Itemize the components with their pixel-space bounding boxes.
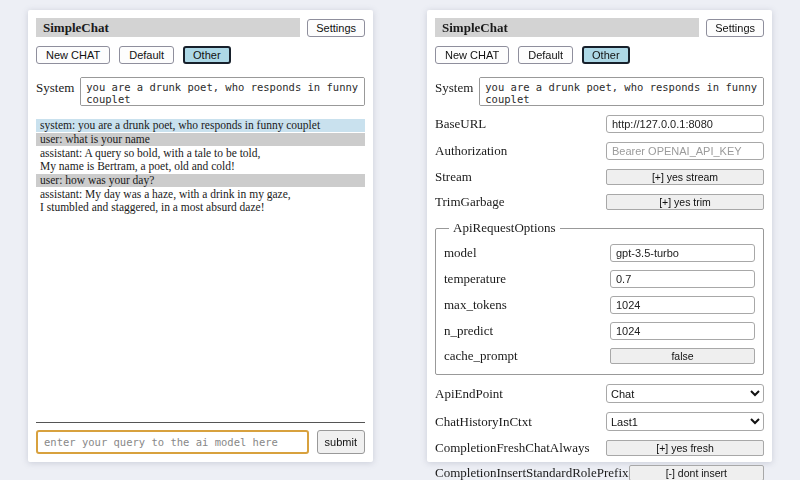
completion-insert-toggle-button[interactable]: [-] dont insert — [629, 465, 764, 480]
setting-row-baseurl: BaseURL — [435, 115, 764, 133]
new-chat-button[interactable]: New CHAT — [36, 46, 110, 64]
max-tokens-input[interactable] — [610, 296, 755, 314]
session-tab-default[interactable]: Default — [119, 46, 174, 64]
chat-message-assistant: assistant: A query so bold, with a tale … — [36, 147, 365, 173]
chat-message-user: user: what is your name — [36, 133, 365, 146]
session-tab-other[interactable]: Other — [183, 46, 231, 64]
chat-history-in-ctxt-select[interactable]: Last1 — [606, 412, 764, 431]
new-chat-button[interactable]: New CHAT — [435, 46, 509, 64]
right-panel-settings-view: SimpleChat Settings New CHAT Default Oth… — [427, 10, 772, 462]
setting-row-authorization: Authorization — [435, 142, 764, 160]
setting-label: n_predict — [444, 323, 610, 339]
setting-row-cache-prompt: cache_prompt false — [444, 348, 755, 364]
chat-message-list: system: you are a drunk poet, who respon… — [36, 119, 365, 215]
system-prompt-row: System you are a drunk poet, who respond… — [435, 77, 764, 106]
header: SimpleChat Settings — [435, 18, 764, 37]
system-prompt-input[interactable]: you are a drunk poet, who responds in fu… — [80, 77, 365, 106]
system-label: System — [435, 77, 473, 96]
authorization-input[interactable] — [606, 142, 764, 160]
empty-space — [36, 215, 365, 422]
query-bar: submit — [36, 430, 365, 454]
setting-row-max-tokens: max_tokens — [444, 296, 755, 314]
n-predict-input[interactable] — [610, 322, 755, 340]
chat-session-tabs: New CHAT Default Other — [36, 46, 365, 64]
header: SimpleChat Settings — [36, 18, 365, 37]
left-panel-chat-view: SimpleChat Settings New CHAT Default Oth… — [28, 10, 373, 462]
temperature-input[interactable] — [610, 270, 755, 288]
api-endpoint-select[interactable]: Chat — [606, 384, 764, 403]
setting-label: BaseURL — [435, 116, 606, 132]
completion-fresh-toggle-button[interactable]: [+] yes fresh — [606, 440, 764, 456]
session-tab-default[interactable]: Default — [518, 46, 573, 64]
setting-label: ChatHistoryInCtxt — [435, 414, 606, 430]
trimgarbage-toggle-button[interactable]: [+] yes trim — [606, 194, 764, 210]
chat-session-tabs: New CHAT Default Other — [435, 46, 764, 64]
setting-row-temperature: temperature — [444, 270, 755, 288]
system-prompt-row: System you are a drunk poet, who respond… — [36, 77, 365, 106]
setting-label: Stream — [435, 169, 606, 185]
setting-row-stream: Stream [+] yes stream — [435, 169, 764, 185]
system-label: System — [36, 77, 74, 96]
setting-label: ApiEndPoint — [435, 386, 606, 402]
setting-label: cache_prompt — [444, 348, 610, 364]
baseurl-input[interactable] — [606, 115, 764, 133]
api-request-options-group: ApiRequestOptions model temperature max_… — [435, 220, 764, 375]
setting-row-completion-fresh: CompletionFreshChatAlways [+] yes fresh — [435, 440, 764, 456]
stream-toggle-button[interactable]: [+] yes stream — [606, 169, 764, 185]
setting-row-model: model — [444, 244, 755, 262]
chat-message-system: system: you are a drunk poet, who respon… — [36, 119, 365, 132]
setting-label: max_tokens — [444, 297, 610, 313]
session-tab-other[interactable]: Other — [582, 46, 630, 64]
cache-prompt-toggle-button[interactable]: false — [610, 348, 755, 364]
setting-row-trimgarbage: TrimGarbage [+] yes trim — [435, 194, 764, 210]
setting-row-api-endpoint: ApiEndPoint Chat — [435, 384, 764, 403]
setting-label: model — [444, 245, 610, 261]
setting-label: temperature — [444, 271, 610, 287]
setting-label: CompletionFreshChatAlways — [435, 440, 606, 456]
api-request-options-legend: ApiRequestOptions — [449, 220, 560, 236]
system-prompt-input[interactable]: you are a drunk poet, who responds in fu… — [479, 77, 764, 106]
app-title: SimpleChat — [36, 18, 300, 37]
query-divider — [36, 422, 365, 423]
query-input[interactable] — [36, 430, 309, 454]
setting-label: Authorization — [435, 143, 606, 159]
setting-row-chat-history: ChatHistoryInCtxt Last1 — [435, 412, 764, 431]
app-title: SimpleChat — [435, 18, 699, 37]
model-input[interactable] — [610, 244, 755, 262]
settings-button[interactable]: Settings — [706, 19, 764, 37]
setting-label: TrimGarbage — [435, 194, 606, 210]
setting-row-completion-insert: CompletionInsertStandardRolePrefix [-] d… — [435, 465, 764, 480]
setting-row-n-predict: n_predict — [444, 322, 755, 340]
setting-label: CompletionInsertStandardRolePrefix — [435, 465, 629, 480]
chat-message-assistant: assistant: My day was a haze, with a dri… — [36, 188, 365, 214]
chat-message-user: user: how was your day? — [36, 174, 365, 187]
submit-button[interactable]: submit — [317, 430, 365, 454]
settings-button[interactable]: Settings — [307, 19, 365, 37]
